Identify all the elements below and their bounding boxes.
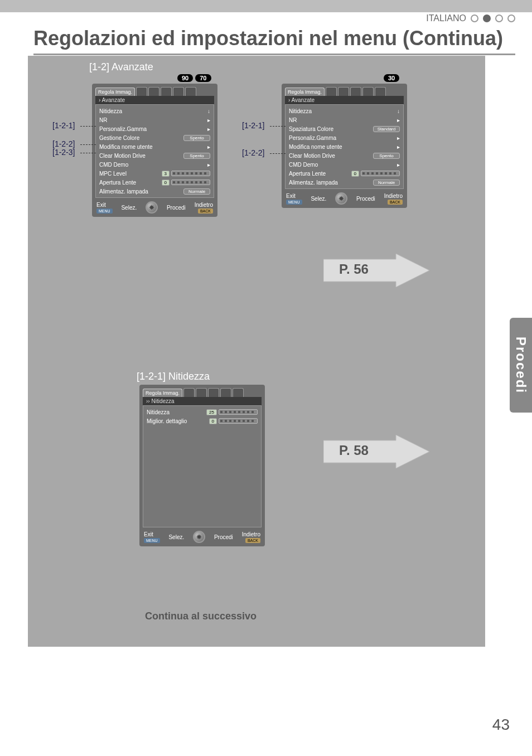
selez-label: Selez. — [168, 534, 184, 540]
callout-line — [80, 153, 96, 153]
callout-line — [80, 126, 96, 127]
panel-a-breadcrumb: › Avanzate — [95, 96, 214, 104]
panel-c-body: Nitidezza25 Miglior. dettaglio0 — [143, 405, 262, 527]
row-nitidezza[interactable]: Nitidezza↓ — [289, 106, 400, 115]
right-arrow-icon: ▸ — [207, 144, 210, 150]
selez-label: Selez. — [121, 205, 137, 211]
procedi-label: Procedi — [356, 196, 375, 202]
row-apertura[interactable]: Apertura Lente0 — [289, 169, 400, 178]
ok-button[interactable] — [146, 201, 158, 214]
panel-a-footer: Exit MENU Selez. Procedi Indietro BACK — [92, 200, 217, 217]
panel-c-tab-selected[interactable]: Regola Immag. — [143, 389, 182, 397]
callout-1-2-2: [1-2-2] — [52, 139, 75, 148]
selez-label: Selez. — [311, 196, 326, 202]
panel-b-tabrow: Regola Immag. — [282, 84, 407, 96]
row-cmd-demo[interactable]: CMD Demo▸ — [289, 160, 400, 169]
ok-button[interactable] — [193, 531, 205, 543]
panel-b-breadcrumb: › Avanzate — [285, 96, 404, 104]
callout-line — [270, 126, 286, 127]
row-cmd-demo[interactable]: CMD Demo▸ — [99, 160, 210, 169]
row-cmd[interactable]: Clear Motion DriveSpento — [99, 151, 210, 160]
exit-label: Exit — [144, 531, 153, 537]
slider[interactable] — [219, 418, 258, 424]
right-arrow-icon: ▸ — [397, 117, 400, 123]
panel-b-tab-icon-4[interactable] — [362, 87, 374, 96]
panel-b-badges: 30 — [384, 74, 399, 82]
row-mpc[interactable]: MPC Level3 — [99, 169, 210, 178]
panel-c: Regola Immag. ›› Nitidezza Nitidezza25 M… — [139, 385, 265, 546]
right-arrow-icon: ▸ — [397, 162, 400, 168]
row-nitidezza[interactable]: Nitidezza↓ — [99, 106, 210, 115]
row-lampada[interactable]: Alimentaz. lampadaNormale — [289, 178, 400, 187]
panel-b-tab-icon-5[interactable] — [375, 87, 386, 96]
panel-c-tab-icon-1[interactable] — [183, 388, 195, 397]
continue-text: Continua al successivo — [145, 610, 257, 622]
panel-b-tab-icon-3[interactable] — [350, 87, 361, 96]
right-arrow-icon: ▸ — [207, 162, 210, 168]
callout-b-1-2-2: [1-2-2] — [242, 148, 264, 157]
page-number: 43 — [492, 716, 510, 734]
menu-button[interactable]: MENU — [286, 200, 302, 205]
panel-a-badges: 90 70 — [177, 74, 211, 82]
panel-c-tab-icon-5[interactable] — [233, 388, 244, 397]
row-spaziatura[interactable]: Spaziatura ColoreStandard — [289, 124, 400, 133]
right-arrow-icon: ▸ — [207, 117, 210, 123]
panel-a-title: [1-2] Avanzate — [89, 61, 153, 73]
slider[interactable] — [171, 180, 210, 185]
panel-b-body: Nitidezza↓ NR▸ Spaziatura ColoreStandard… — [285, 104, 404, 189]
menu-button[interactable]: MENU — [144, 538, 160, 543]
lang-dot-1 — [471, 14, 478, 22]
slider[interactable] — [171, 171, 210, 176]
procedi-label: Procedi — [167, 205, 186, 211]
right-arrow-icon: ▸ — [397, 135, 400, 141]
row-gamma[interactable]: Personaliz.Gamma▸ — [99, 124, 210, 133]
row-nitidezza-val[interactable]: Nitidezza25 — [147, 408, 258, 416]
procedi-label: Procedi — [214, 534, 233, 540]
slider[interactable] — [219, 409, 258, 415]
panel-a-tab-icon-5[interactable] — [185, 87, 196, 96]
row-gestione-colore[interactable]: Gestione ColoreSpento — [99, 133, 210, 142]
row-modifica-nome[interactable]: Modifica nome utente▸ — [99, 142, 210, 151]
back-button[interactable]: BACK — [198, 209, 213, 214]
content-area: [1-2] Avanzate 90 70 Regola Immag. › Ava… — [28, 56, 485, 647]
panel-c-tab-icon-4[interactable] — [220, 388, 231, 397]
row-miglior-dettaglio[interactable]: Miglior. dettaglio0 — [147, 416, 258, 425]
row-gamma[interactable]: Personaliz.Gamma▸ — [289, 133, 400, 142]
panel-a-tab-icon-4[interactable] — [173, 87, 184, 96]
callout-line — [80, 144, 96, 145]
lang-dot-3 — [495, 14, 503, 22]
ok-button[interactable] — [335, 192, 347, 205]
panel-b-tab-icon-2[interactable] — [338, 87, 349, 96]
language-label: ITALIANO — [426, 13, 466, 23]
panel-b-tab-selected[interactable]: Regola Immag. — [285, 88, 325, 96]
panel-a-tab-icon-2[interactable] — [148, 87, 159, 96]
slider[interactable] — [361, 171, 400, 176]
panel-c-tab-icon-3[interactable] — [208, 388, 219, 397]
panel-b-tab-icon-1[interactable] — [326, 87, 337, 96]
page-title: Regolazioni ed impostazioni nel menu (Co… — [33, 27, 515, 55]
panel-a-tab-icon-1[interactable] — [136, 87, 147, 96]
row-cmd[interactable]: Clear Motion DriveSpento — [289, 151, 400, 160]
row-nr[interactable]: NR▸ — [99, 115, 210, 124]
row-apertura[interactable]: Apertura Lente0 — [99, 178, 210, 187]
back-button[interactable]: BACK — [388, 200, 403, 205]
panel-b: Regola Immag. › Avanzate Nitidezza↓ NR▸ … — [282, 84, 407, 208]
right-arrow-icon: ▸ — [207, 126, 210, 132]
menu-button[interactable]: MENU — [96, 209, 113, 214]
row-modifica-nome[interactable]: Modifica nome utente▸ — [289, 142, 400, 151]
panel-a-tab-selected[interactable]: Regola Immag. — [95, 88, 135, 96]
panel-c-title: [1-2-1] Nitidezza — [137, 371, 210, 382]
row-nr[interactable]: NR▸ — [289, 115, 400, 124]
back-button[interactable]: BACK — [245, 538, 260, 543]
panel-a-tab-icon-3[interactable] — [161, 87, 172, 96]
lang-dot-2 — [483, 14, 491, 22]
callout-line — [270, 153, 286, 154]
panel-b-footer: Exit MENU Selez. Procedi Indietro BACK — [282, 191, 407, 208]
panel-c-tab-icon-2[interactable] — [196, 388, 207, 397]
side-tab-procedi: Procedi — [510, 318, 532, 413]
lang-dot-4 — [507, 14, 515, 22]
arrow-p56: P. 56 — [323, 254, 429, 287]
row-lampada[interactable]: Alimentaz. lampadaNormale — [99, 187, 210, 196]
top-band — [0, 0, 532, 12]
down-arrow-icon: ↓ — [397, 108, 400, 114]
